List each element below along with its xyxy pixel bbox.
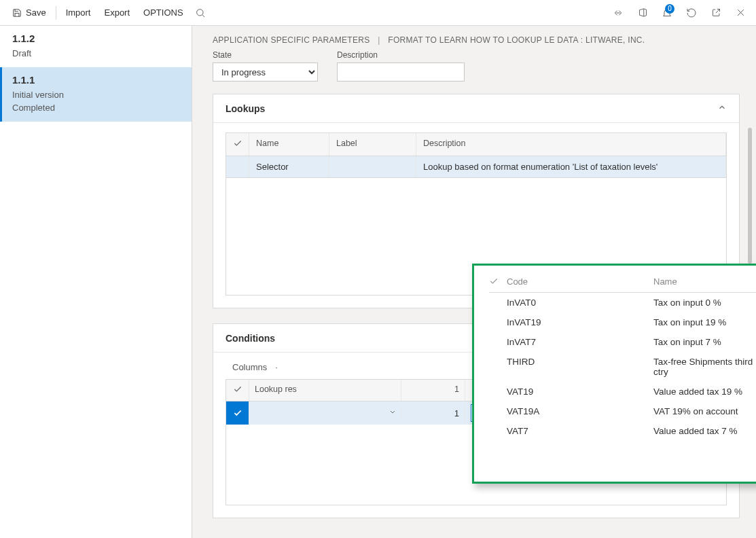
dropdown-item-name: VAT 19% on account (653, 406, 756, 416)
col-label[interactable]: Label (329, 133, 416, 156)
svg-line-1 (202, 15, 204, 17)
collapse-button[interactable] (717, 103, 727, 114)
popout-button[interactable] (706, 3, 726, 23)
state-select[interactable]: In progress (213, 62, 318, 82)
dropdown-item[interactable]: VAT19AVAT 19% on account (489, 401, 756, 421)
code-dropdown-popup: Code Name InVAT0Tax on input 0 %InVAT19T… (472, 264, 756, 484)
version-status: Draft (12, 47, 179, 60)
dropdown-item-name: Tax on input 0 % (653, 298, 756, 308)
toolbar-sep: · (275, 362, 278, 372)
dropdown-item-code: VAT19 (507, 387, 653, 397)
separator (56, 6, 56, 20)
version-desc: Initial version (12, 88, 179, 102)
dropdown-item-code: InVAT19 (507, 317, 653, 327)
dropdown-item-name: Tax on input 19 % (653, 317, 756, 327)
dropdown-item-code: InVAT0 (507, 298, 653, 308)
dropdown-item[interactable]: VAT19Value added tax 19 % (489, 382, 756, 401)
col-check[interactable] (226, 133, 249, 156)
dropdown-item[interactable]: THIRDTax-free Shipments third ctry (489, 352, 756, 382)
refresh-button[interactable] (681, 3, 702, 23)
main-pane: APPLICATION SPECIFIC PARAMETERS | FORMAT… (192, 26, 756, 538)
conditions-title: Conditions (226, 333, 275, 344)
lookup-row[interactable]: Selector Lookup based on format enumerat… (226, 156, 726, 178)
check-icon (233, 384, 242, 394)
col-name[interactable]: Name (653, 276, 756, 288)
dropdown-item[interactable]: VAT7Value added tax 7 % (489, 421, 756, 441)
options-button[interactable]: OPTIONS (137, 0, 190, 26)
svg-point-0 (196, 9, 202, 15)
export-button[interactable]: Export (97, 0, 137, 26)
import-button[interactable]: Import (59, 0, 98, 26)
lookup-desc: Lookup based on format enumeration 'List… (416, 156, 726, 177)
state-label: State (213, 50, 318, 60)
save-icon (12, 8, 22, 18)
col-desc[interactable]: Description (416, 133, 726, 156)
version-status: Completed (12, 101, 179, 115)
col-code[interactable]: Code (507, 276, 653, 288)
notif-badge: 0 (665, 4, 674, 14)
dropdown-item-name: Tax-free Shipments third ctry (653, 357, 756, 377)
office-icon[interactable] (632, 3, 653, 23)
check-icon (489, 276, 499, 286)
row-selected-indicator (226, 401, 249, 425)
close-button[interactable] (730, 3, 751, 23)
check-icon (233, 408, 242, 418)
version-title: 1.1.2 (12, 33, 179, 44)
lookup-label (329, 156, 416, 177)
app-toolbar: Save Import Export OPTIONS 0 (0, 0, 756, 26)
link-icon[interactable] (608, 3, 628, 23)
dropdown-item-name: Tax on input 7 % (653, 337, 756, 347)
chevron-up-icon (717, 103, 727, 112)
dropdown-item-name: Value added tax 19 % (653, 387, 756, 397)
columns-button[interactable]: Columns (232, 362, 267, 372)
lookup-result-cell[interactable] (249, 408, 401, 418)
lookup-name: Selector (249, 156, 329, 177)
version-sidebar: 1.1.2 Draft 1.1.1 Initial version Comple… (0, 26, 192, 538)
dropdown-item[interactable]: InVAT19Tax on input 19 % (489, 312, 756, 332)
dropdown-item-code: VAT19A (507, 406, 653, 416)
popout-icon (711, 7, 721, 18)
version-item-selected[interactable]: 1.1.1 Initial version Completed (0, 67, 192, 122)
col-line[interactable]: 1 (401, 380, 465, 401)
search-button[interactable] (190, 3, 211, 23)
dropdown-item-code: VAT7 (507, 426, 653, 436)
notifications-button[interactable]: 0 (657, 3, 677, 23)
line-cell: 1 (401, 404, 465, 423)
version-title: 1.1.1 (12, 74, 179, 86)
dropdown-item-code: InVAT7 (507, 337, 653, 347)
col-check[interactable] (226, 380, 249, 401)
description-label: Description (337, 50, 465, 60)
dropdown-item-name: Value added tax 7 % (653, 426, 756, 436)
dropdown-item[interactable]: InVAT0Tax on input 0 % (489, 293, 756, 312)
check-icon (233, 139, 242, 148)
save-button[interactable]: Save (5, 0, 53, 26)
search-icon (195, 7, 206, 18)
breadcrumb: APPLICATION SPECIFIC PARAMETERS | FORMAT… (213, 35, 740, 45)
save-label: Save (26, 7, 46, 18)
col-lookup-result[interactable]: Lookup res (249, 380, 401, 401)
lookups-title: Lookups (226, 103, 265, 114)
col-check (489, 276, 507, 288)
close-icon (736, 7, 746, 18)
refresh-icon (686, 7, 697, 18)
chevron-down-icon (389, 408, 397, 418)
version-item[interactable]: 1.1.2 Draft (0, 26, 192, 67)
col-name[interactable]: Name (249, 133, 329, 156)
scrollbar[interactable] (748, 128, 752, 264)
dropdown-item[interactable]: InVAT7Tax on input 7 % (489, 332, 756, 352)
description-input[interactable] (337, 62, 465, 82)
dropdown-item-code: THIRD (507, 357, 653, 377)
